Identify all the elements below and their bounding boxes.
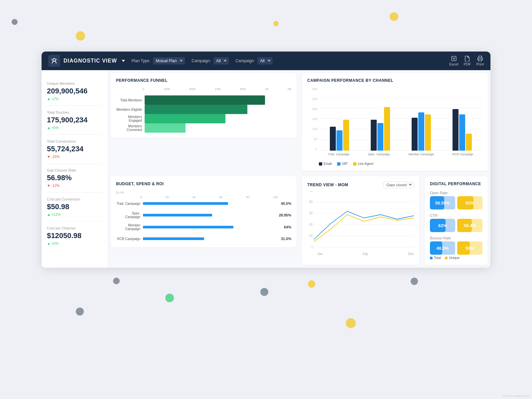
kpi-label-0: Unique Members: [47, 81, 102, 85]
dp-legend-label: Total: [434, 256, 441, 260]
header-actions: Excel PDF Print: [449, 56, 484, 66]
trend-select[interactable]: Gaps closed: [383, 182, 414, 188]
funnel-scale-label: 50M: [240, 87, 246, 91]
channel-bar-0-2: [343, 120, 349, 151]
kpi-change-2: -15%: [47, 155, 102, 159]
dp-bar-value-0-1: 65%: [466, 200, 474, 205]
digital-perf: Open Rate56.55%65%CTR62%58.4%Bounce Rate…: [430, 191, 482, 255]
kpi-arrow-5: [47, 241, 51, 245]
budget-row-3: RCB Campaign 31.5%: [116, 235, 291, 242]
channel-legend: Email VAT Live Agent: [307, 162, 482, 166]
channel-y-label: 250: [307, 97, 317, 101]
channel-y-axis: 050100150200250300: [307, 87, 317, 151]
campaign-section: CAMPAIGN PERFORMANCE BY CHANNEL 05010015…: [299, 70, 490, 174]
kpi-card-0: Unique Members 209,900,546 +2%: [47, 77, 102, 106]
funnel-bar-label-2: Members Engaged: [116, 115, 142, 122]
dp-bar-value-2-1: 50%: [466, 246, 474, 251]
funnel-scale-label: 10M: [215, 87, 221, 91]
svg-text:200: 200: [309, 234, 313, 238]
budget-section: BUDGET, SPEND & ROI (in %) 020406080100 …: [108, 174, 299, 268]
svg-point-0: [53, 59, 56, 61]
kpi-arrow-4: [47, 212, 51, 216]
kpi-value-0: 209,900,546: [47, 87, 102, 95]
budget-bar-fg-3: [143, 237, 204, 240]
digital-title: DIGITAL PERFORMANCE: [430, 182, 482, 186]
channel-y-label: 300: [307, 87, 317, 91]
dp-bar-value-0-0: 56.55%: [435, 200, 450, 205]
dp-bar-value-1-0: 62%: [438, 223, 447, 228]
dp-bar-item-0-1: 65%: [457, 196, 482, 209]
trend-chart-area: 02004006008001K: [307, 191, 414, 251]
kpi-card-3: Gap Closure Rate 56.98% -12%: [47, 164, 102, 193]
funnel-scale-label: 100k: [164, 87, 170, 91]
funnel-scale-label: 1B: [265, 87, 268, 91]
pdf-label: PDF: [464, 62, 471, 66]
print-label: Print: [476, 62, 484, 66]
kpi-label-3: Gap Closure Rate: [47, 168, 102, 172]
kpi-card-4: Cost per Conversion $50.98 +12%: [47, 193, 102, 221]
funnel-scale-label: 500k: [189, 87, 196, 91]
print-button[interactable]: Print: [476, 56, 484, 66]
campaign-label-1: Campaign:: [192, 59, 211, 63]
dp-legend-item: Unique: [445, 256, 460, 260]
legend-item: Live Agent: [353, 162, 373, 166]
plan-type-filter: Plan Type: Mutual Plan: [132, 57, 185, 65]
kpi-value-2: 55,724,234: [47, 145, 102, 153]
channel-x-label: Trad. Campaign: [328, 153, 349, 161]
kpi-card-1: Total Touches 175,900,234 +5%: [47, 106, 102, 135]
budget-pct-1: 28.95%: [279, 213, 291, 217]
kpi-change-0: +2%: [47, 97, 102, 101]
channel-bar-3-1: [459, 114, 465, 151]
budget-bar-label-2: Member Campaign: [116, 223, 140, 231]
channel-y-label: 0: [307, 147, 317, 151]
excel-button[interactable]: Excel: [449, 56, 458, 66]
dp-bar-item-1-1: 58.4%: [457, 219, 482, 232]
channel-y-label: 100: [307, 127, 317, 131]
channel-y-label: 200: [307, 107, 317, 111]
funnel-bar-0: [145, 95, 265, 105]
funnel-scale-label: 5B: [288, 87, 291, 91]
budget-bar-fg-1: [143, 214, 212, 216]
funnel-bar-area-0: [145, 95, 291, 105]
dp-bar-item-2-1: 50%: [457, 241, 482, 255]
campaign-filter-1: Campaign: All: [192, 57, 229, 65]
budget-scale-label: 0: [140, 196, 142, 199]
app-title: DIAGNOSTIC VIEW: [64, 58, 117, 64]
campaign-select-2[interactable]: All: [257, 57, 273, 65]
channel-bar-2-2: [425, 114, 431, 151]
channel-bar-0-0: [330, 127, 336, 151]
svg-text:1K: 1K: [310, 191, 313, 193]
budget-bar-label-1: Spec. Campaign: [116, 211, 140, 219]
funnel-bar-label-1: Members Eligible: [116, 108, 142, 111]
kpi-arrow-3: [47, 184, 51, 188]
campaign-title: CAMPAIGN PERFORMANCE BY CHANNEL: [307, 78, 482, 83]
funnel-bar-label-3: Members Converted: [116, 124, 142, 132]
channel-bar-2-0: [412, 118, 418, 151]
budget-panel: BUDGET, SPEND & ROI (in %) 020406080100 …: [111, 176, 297, 247]
funnel-bar-area-2: [145, 114, 291, 123]
funnel-title: PERFORMANCE FUNNEL: [116, 78, 291, 83]
pdf-button[interactable]: PDF: [464, 56, 471, 66]
channel-chart-area: 050100150200250300Trad. CampaignSpec. Ca…: [307, 87, 482, 161]
kpi-change-1: +5%: [47, 126, 102, 130]
excel-label: Excel: [449, 62, 458, 66]
channel-group-0: [330, 120, 349, 151]
svg-rect-1: [452, 56, 456, 61]
funnel-row-1: Members Eligible: [116, 105, 291, 114]
funnel-scale-label: 0: [143, 87, 144, 91]
plan-type-select[interactable]: Mutual Plan: [153, 57, 185, 65]
legend-dot: [353, 162, 356, 166]
main-content: Unique Members 209,900,546 +2% Total Tou…: [42, 70, 490, 268]
dashboard: DIAGNOSTIC VIEW Plan Type: Mutual Plan C…: [42, 52, 490, 268]
legend-item: Email: [319, 162, 332, 166]
legend-dot: [337, 162, 340, 166]
kpi-value-1: 175,900,234: [47, 116, 102, 124]
funnel-row-2: Members Engaged: [116, 114, 291, 123]
kpi-card-2: Total Conversions 55,724,234 -15%: [47, 135, 102, 164]
trend-x-label: Jan: [317, 252, 323, 256]
funnel-bar-3: [145, 123, 186, 133]
funnel-bar-area-1: [145, 105, 291, 114]
kpi-arrow-0: [47, 97, 51, 101]
title-chevron-icon[interactable]: [122, 60, 125, 62]
campaign-select-1[interactable]: All: [213, 57, 229, 65]
